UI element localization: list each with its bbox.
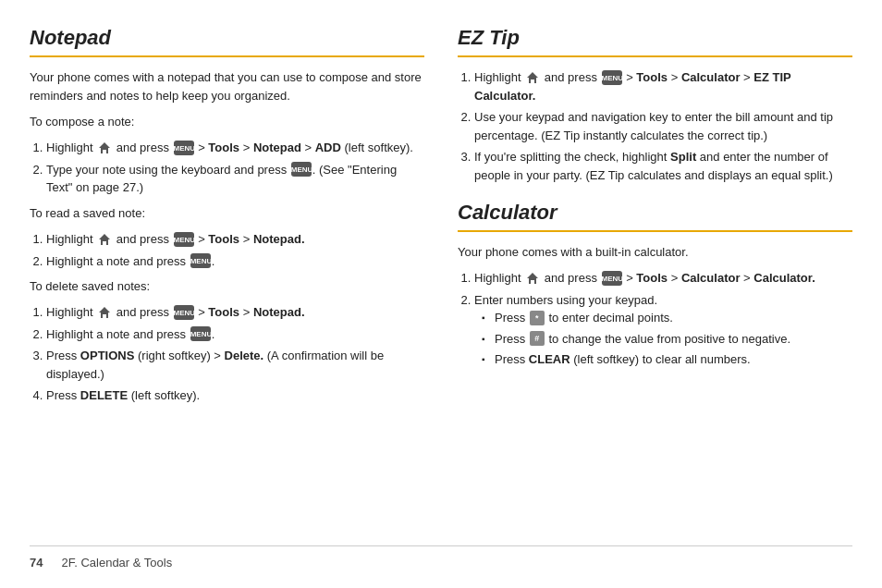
- ok-icon-ez1: MENUOK: [602, 70, 622, 85]
- read-step-2: Highlight a note and press MENUOK.: [46, 252, 424, 271]
- delete-step-3: Press OPTIONS (right softkey) > Delete. …: [46, 347, 424, 383]
- ez-tip-steps: Highlight and press MENUOK > Tools > Cal…: [474, 68, 852, 184]
- ok-icon-d2: MENUOK: [190, 326, 211, 341]
- ez-tip-step-2: Use your keypad and navigation key to en…: [474, 108, 852, 144]
- ok-icon-2: MENUOK: [291, 162, 312, 177]
- right-column: EZ Tip Highlight and press MENUOK > Tool…: [458, 26, 852, 536]
- calculator-divider: [458, 230, 852, 232]
- star-key: *: [530, 311, 545, 325]
- footer-section: 2F. Calendar & Tools: [61, 556, 172, 570]
- ez-tip-divider: [458, 55, 852, 57]
- notepad-body: Your phone comes with a notepad that you…: [30, 68, 424, 405]
- calc-bullet-3: Press CLEAR (left softkey) to clear all …: [482, 350, 852, 369]
- read-steps: Highlight and press MENUOK > Tools > Not…: [46, 230, 424, 270]
- home-icon-ez1: [525, 70, 540, 85]
- calculator-intro: Your phone comes with a built-in calcula…: [458, 243, 852, 262]
- ok-icon-r2: MENUOK: [190, 253, 211, 268]
- page: Notepad Your phone comes with a notepad …: [0, 0, 882, 588]
- svg-marker-1: [99, 234, 110, 245]
- calc-bullets: Press * to enter decimal points. Press #…: [482, 309, 852, 369]
- ez-tip-body: Highlight and press MENUOK > Tools > Cal…: [458, 68, 852, 184]
- calculator-title: Calculator: [458, 201, 852, 225]
- notepad-divider: [30, 55, 424, 57]
- delete-heading: To delete saved notes:: [30, 277, 424, 296]
- calc-bullet-2: Press # to change the value from positiv…: [482, 330, 852, 349]
- ok-icon-r1: MENUOK: [174, 232, 194, 247]
- calculator-body: Your phone comes with a built-in calcula…: [458, 243, 852, 369]
- calc-step-2: Enter numbers using your keypad. Press *…: [474, 291, 852, 369]
- svg-marker-2: [99, 307, 110, 318]
- home-icon-c1: [525, 271, 540, 286]
- home-icon-d1: [97, 305, 112, 320]
- calculator-section: Calculator Your phone comes with a built…: [458, 201, 852, 369]
- ez-tip-title: EZ Tip: [458, 26, 852, 50]
- compose-heading: To compose a note:: [30, 113, 424, 131]
- ok-icon-c1: MENUOK: [602, 271, 622, 286]
- hash-key: #: [530, 331, 545, 346]
- svg-marker-3: [527, 72, 538, 83]
- read-heading: To read a saved note:: [30, 204, 424, 223]
- footer: 74 2F. Calendar & Tools: [30, 545, 852, 570]
- compose-step-2: Type your note using the keyboard and pr…: [46, 161, 424, 197]
- calc-step-1: Highlight and press MENUOK > Tools > Cal…: [474, 269, 852, 288]
- ok-icon-d1: MENUOK: [174, 305, 194, 320]
- read-step-1: Highlight and press MENUOK > Tools > Not…: [46, 230, 424, 249]
- ez-tip-section: EZ Tip Highlight and press MENUOK > Tool…: [458, 26, 852, 184]
- compose-steps: Highlight and press MENUOK > Tools > Not…: [46, 139, 424, 197]
- notepad-intro: Your phone comes with a notepad that you…: [30, 68, 424, 105]
- home-icon: [97, 141, 112, 155]
- compose-step-1: Highlight and press MENUOK > Tools > Not…: [46, 139, 424, 157]
- ez-tip-step-3: If you're splitting the check, highlight…: [474, 148, 852, 184]
- left-column: Notepad Your phone comes with a notepad …: [30, 26, 424, 536]
- calculator-steps: Highlight and press MENUOK > Tools > Cal…: [474, 269, 852, 369]
- calc-bullet-1: Press * to enter decimal points.: [482, 309, 852, 327]
- page-number: 74: [30, 556, 43, 570]
- svg-marker-4: [527, 273, 538, 284]
- delete-step-2: Highlight a note and press MENUOK.: [46, 325, 424, 344]
- notepad-title: Notepad: [30, 26, 424, 50]
- delete-step-4: Press DELETE (left softkey).: [46, 386, 424, 405]
- ez-tip-step-1: Highlight and press MENUOK > Tools > Cal…: [474, 68, 852, 104]
- delete-steps: Highlight and press MENUOK > Tools > Not…: [46, 303, 424, 405]
- ok-icon: MENUOK: [174, 141, 194, 155]
- content-columns: Notepad Your phone comes with a notepad …: [30, 26, 852, 536]
- home-icon-r1: [97, 232, 112, 247]
- svg-marker-0: [99, 142, 110, 153]
- delete-step-1: Highlight and press MENUOK > Tools > Not…: [46, 303, 424, 322]
